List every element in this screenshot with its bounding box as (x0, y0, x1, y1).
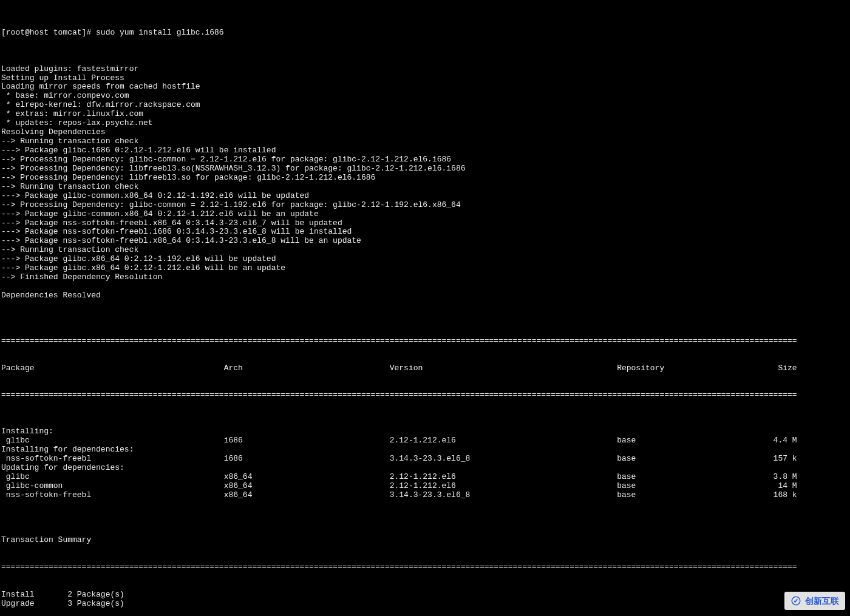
hr-equals: ========================================… (1, 337, 849, 346)
shell-prompt: [root@host tomcat]# (1, 28, 96, 37)
hr-equals: ========================================… (1, 563, 849, 572)
output-line: ---> Package glibc-common.x86_64 0:2.12-… (1, 192, 849, 201)
section-title: Installing for dependencies: (1, 445, 849, 455)
output-line: Loaded plugins: fastestmirror (1, 65, 849, 74)
output-line: --> Processing Dependency: libfreebl3.so… (1, 174, 849, 183)
hr-equals: ========================================… (1, 391, 849, 400)
output-line: ---> Package glibc.x86_64 0:2.12-1.192.e… (1, 255, 849, 264)
output-line: Setting up Install Process (1, 74, 849, 83)
output-line: Resolving Dependencies (1, 128, 849, 137)
output-line: * base: mirror.compevo.com (1, 92, 849, 101)
output-line: * extras: mirror.linuxfix.com (1, 110, 849, 119)
watermark-text: 创新互联 (805, 596, 839, 606)
watermark-badge: 创新互联 (784, 592, 845, 610)
output-line: --> Running transaction check (1, 183, 849, 192)
pkg-table-row: glibc i686 2.12-1.212.el6 base 4.4 M (1, 436, 849, 445)
pkg-table-row: nss-softokn-freebl x86_64 3.14.3-23.3.el… (1, 491, 849, 500)
section-title: Updating for dependencies: (1, 464, 849, 473)
output-line: ---> Package glibc-common.x86_64 0:2.12-… (1, 210, 849, 219)
output-line: --> Running transaction check (1, 137, 849, 146)
terminal-output[interactable]: [root@host tomcat]# sudo yum install gli… (0, 0, 850, 616)
pkg-table-header: Package Arch Version Repository Size (1, 364, 849, 373)
output-line (1, 282, 849, 291)
pkg-table-row: glibc x86_64 2.12-1.212.el6 base 3.8 M (1, 473, 849, 482)
output-line: --> Processing Dependency: glibc-common … (1, 201, 849, 210)
command-text: sudo yum install glibc.i686 (96, 28, 224, 37)
output-line: * elrepo-kernel: dfw.mirror.rackspace.co… (1, 101, 849, 110)
output-line: --> Finished Dependency Resolution (1, 273, 849, 282)
section-title: Installing: (1, 427, 849, 436)
output-line (1, 300, 849, 310)
watermark-icon (790, 595, 801, 606)
output-line: ---> Package glibc.i686 0:2.12-1.212.el6… (1, 146, 849, 155)
output-line: ---> Package nss-softokn-freebl.x86_64 0… (1, 237, 849, 246)
txn-summary-title: Transaction Summary (1, 536, 849, 545)
output-line: * updates: repos-lax.psychz.net (1, 119, 849, 128)
output-line: ---> Package glibc.x86_64 0:2.12-1.212.e… (1, 264, 849, 273)
output-line: --> Processing Dependency: glibc-common … (1, 155, 849, 164)
output-line: Loading mirror speeds from cached hostfi… (1, 83, 849, 92)
output-line: --> Processing Dependency: libfreebl3.so… (1, 164, 849, 174)
output-line: ---> Package nss-softokn-freebl.i686 0:3… (1, 228, 849, 237)
pkg-table-row: glibc-common x86_64 2.12-1.212.el6 base … (1, 482, 849, 491)
shell-prompt-line: [root@host tomcat]# sudo yum install gli… (1, 29, 849, 38)
blank-line (1, 500, 849, 509)
pkg-table-row: nss-softokn-freebl i686 3.14.3-23.3.el6_… (1, 455, 849, 464)
txn-summary-line: Install 2 Package(s) (1, 591, 849, 600)
output-line: ---> Package nss-softokn-freebl.x86_64 0… (1, 219, 849, 228)
output-line: Dependencies Resolved (1, 291, 849, 300)
txn-summary-line: Upgrade 3 Package(s) (1, 600, 849, 609)
output-line: --> Running transaction check (1, 246, 849, 255)
